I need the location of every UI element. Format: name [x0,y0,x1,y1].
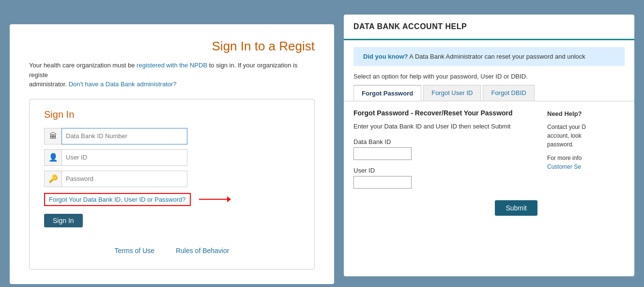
tab-forgot-dbid[interactable]: Forgot DBID [483,85,534,101]
help-section: Need Help? Contact your D account, look … [547,109,625,216]
left-panel: Sign In to a Regist Your health care org… [10,24,334,284]
forgot-link-container: Forgot Your Data Bank ID, User ID or Pas… [44,193,300,206]
sign-in-button[interactable]: Sign In [44,214,83,227]
userid-input[interactable] [61,149,187,166]
user-icon: 👤 [44,149,61,166]
select-option-text: Select an option for help with your pass… [344,73,634,85]
did-you-know-banner: Did you know? A Data Bank Administrator … [353,47,625,66]
form-title: Forgot Password - Recover/Reset Your Pas… [353,109,537,117]
tabs-row: Forgot Password Forgot User ID Forgot DB… [344,85,634,101]
right-header-title: DATA BANK ACCOUNT HELP [353,22,625,31]
help-text-2: For more info Customer Se [547,154,620,171]
intro-text: Your health care organization must be re… [29,61,315,89]
right-userid-input[interactable] [353,176,412,189]
did-you-know-label: Did you know? [363,53,408,60]
right-dbid-input[interactable] [353,147,412,160]
did-you-know-text: A Data Bank Administrator can reset your… [409,53,585,60]
rules-link[interactable]: Rules of Behavior [176,247,230,255]
sign-in-title: Sign In [44,109,300,120]
help-text-1: Contact your D account, look password. [547,123,620,149]
forgot-link[interactable]: Forgot Your Data Bank ID, User ID or Pas… [44,193,191,206]
page-title: Sign In to a Regist [29,39,315,54]
tab-forgot-password[interactable]: Forgot Password [353,85,421,101]
userid-label: User ID [353,167,537,174]
password-input[interactable] [61,171,187,187]
right-panel: DATA BANK ACCOUNT HELP Did you know? A D… [344,15,634,276]
bank-icon: 🏛 [44,128,61,144]
dbid-label: Data Bank ID [353,138,537,145]
admin-link[interactable]: Don't have a Data Bank administrator? [69,80,177,88]
tab-forgot-userid[interactable]: Forgot User ID [423,85,481,101]
customer-service-link[interactable]: Customer Se [547,163,581,170]
right-header: DATA BANK ACCOUNT HELP [344,15,634,40]
dbid-row: 🏛 [44,128,300,144]
form-section: Forgot Password - Recover/Reset Your Pas… [353,109,537,216]
need-help-title: Need Help? [547,109,620,119]
userid-row: 👤 [44,149,300,166]
password-icon: 🔑 [44,171,61,187]
dbid-input[interactable] [61,128,187,144]
submit-button[interactable]: Submit [495,200,537,216]
sign-in-box: Sign In 🏛 👤 🔑 Forgot Your Data Bank ID, … [29,99,315,270]
footer-links: Terms of Use Rules of Behavior [44,247,300,255]
arrow-indicator [199,199,228,200]
content-area: Forgot Password - Recover/Reset Your Pas… [344,109,634,216]
form-instruction: Enter your Data Bank ID and User ID then… [353,122,537,131]
npdb-link[interactable]: registered with the NPDB [137,62,207,69]
terms-link[interactable]: Terms of Use [115,247,154,255]
password-row: 🔑 [44,171,300,187]
